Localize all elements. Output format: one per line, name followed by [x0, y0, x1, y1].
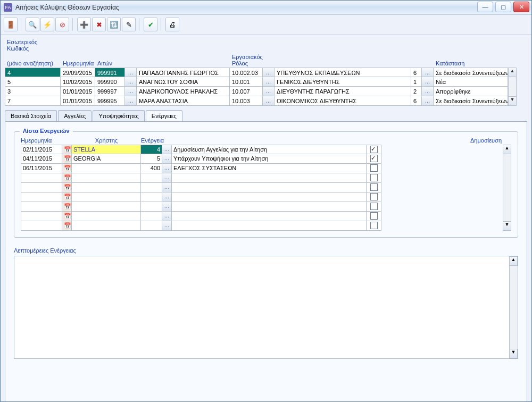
cancel-circle-icon[interactable]: ⊘	[55, 18, 69, 31]
cell-action-desc[interactable]	[172, 221, 367, 231]
calendar-icon[interactable]: 📅	[62, 202, 72, 212]
scroll-up-icon[interactable]: ▲	[503, 145, 511, 154]
lookup-button[interactable]: …	[125, 68, 137, 77]
cell-status-name[interactable]: Νέα	[434, 77, 508, 87]
lookup-button[interactable]: …	[422, 68, 434, 77]
lookup-button[interactable]: …	[162, 145, 172, 154]
lookup-button[interactable]: …	[162, 154, 172, 164]
cell-action-user[interactable]	[72, 221, 141, 231]
cell-publish-checkbox[interactable]	[367, 164, 381, 173]
lookup-button[interactable]: …	[125, 96, 137, 106]
cell-action-user[interactable]	[72, 202, 141, 212]
cell-action-code[interactable]: 400	[141, 164, 162, 173]
list-item[interactable]: 06/11/2015📅400…ΕΛΕΓΧΟΣ ΣΥΣΤΑΣΕΩΝ	[21, 164, 503, 173]
cell-requester-name[interactable]: ΑΝΑΓΝΩΣΤΟΥ ΣΟΦΙΑ	[137, 77, 230, 87]
cell-action-user[interactable]	[72, 173, 141, 183]
cell-requester-code[interactable]: 999995	[95, 96, 125, 106]
lookup-button[interactable]: …	[162, 164, 172, 173]
pencil-icon[interactable]: ✎	[122, 18, 136, 31]
cell-action-desc[interactable]	[172, 192, 367, 202]
cell-action-code[interactable]	[141, 183, 162, 192]
list-item[interactable]: 📅…	[21, 202, 503, 212]
checkbox-icon[interactable]	[370, 222, 378, 229]
cell-action-date[interactable]: 06/11/2015	[21, 164, 62, 173]
cell-publish-checkbox[interactable]	[367, 221, 381, 231]
list-item[interactable]: 02/11/2015📅STELLA4…Δημοσίευση Αγγελίας γ…	[21, 145, 503, 154]
cell-action-code[interactable]	[141, 202, 162, 212]
cell-date[interactable]: 01/01/2015	[61, 96, 95, 106]
checkbox-icon[interactable]	[370, 193, 378, 200]
scroll-down-icon[interactable]: ▼	[503, 221, 511, 231]
cell-role-code[interactable]: 10.002.03	[230, 68, 263, 77]
cell-requester-code[interactable]: 999990	[95, 77, 125, 87]
lookup-button[interactable]: …	[162, 183, 172, 192]
cell-requester-code[interactable]: 999997	[95, 87, 125, 96]
table-row[interactable]: 510/02/2015999990…ΑΝΑΓΝΩΣΤΟΥ ΣΟΦΙΑ10.001…	[5, 77, 508, 87]
cell-action-user[interactable]	[72, 192, 141, 202]
cell-action-code[interactable]: 4	[141, 145, 162, 154]
scroll-track[interactable]	[509, 266, 518, 349]
checkbox-icon[interactable]	[370, 146, 378, 153]
scroll-track[interactable]	[508, 77, 517, 96]
maximize-button[interactable]: ▢	[495, 2, 511, 12]
cell-action-date[interactable]: 04/11/2015	[21, 154, 62, 164]
cell-requester-name[interactable]: ΑΝΔΡΙΚΟΠΟΥΛΟΣ ΗΡΑΚΛΗΣ	[137, 87, 230, 96]
sort-icon[interactable]: 🔃	[107, 18, 121, 31]
cell-action-date[interactable]	[21, 192, 62, 202]
table-row[interactable]: 429/09/2015999991…ΠΑΠΑΔΟΓΙΑΝΝΗΣ ΓΕΩΡΓΙΟΣ…	[5, 68, 508, 77]
cell-status-name[interactable]: Απορρίφθηκε	[434, 87, 508, 96]
tab-candidacies[interactable]: Υποψηφιότητες	[93, 110, 144, 121]
lookup-button[interactable]: …	[263, 77, 275, 87]
lookup-button[interactable]: …	[162, 221, 172, 231]
cell-action-date[interactable]: 02/11/2015	[21, 145, 62, 154]
cell-requester-name[interactable]: ΜΑΡΑ ΑΝΑΣΤΑΣΙΑ	[137, 96, 230, 106]
calendar-icon[interactable]: 📅	[62, 221, 72, 231]
plus-icon[interactable]: ➕	[77, 18, 91, 31]
cell-role-name[interactable]: ΔΙΕΥΘΥΝΤΗΣ ΠΑΡΑΓΩΓΗΣ	[275, 87, 411, 96]
cell-action-desc[interactable]	[172, 183, 367, 192]
cell-action-date[interactable]	[21, 212, 62, 221]
minimize-button[interactable]: —	[477, 2, 493, 12]
cell-status-code[interactable]: 2	[411, 87, 422, 96]
cell-code[interactable]: 3	[5, 87, 61, 96]
cell-publish-checkbox[interactable]	[367, 202, 381, 212]
cell-action-code[interactable]	[141, 221, 162, 231]
cell-action-code[interactable]	[141, 192, 162, 202]
query-icon[interactable]: 🔍	[26, 18, 39, 31]
calendar-icon[interactable]: 📅	[62, 164, 72, 173]
checkbox-icon[interactable]	[370, 174, 378, 181]
cell-action-date[interactable]	[21, 202, 62, 212]
cell-publish-checkbox[interactable]	[367, 173, 381, 183]
lookup-button[interactable]: …	[125, 77, 137, 87]
cell-role-name[interactable]: ΟΙΚΟΝΟΜΙΚΟΣ ΔΙΕΥΘΥΝΤΗΣ	[275, 96, 411, 106]
cell-code[interactable]: 4	[5, 68, 61, 77]
cell-status-name[interactable]: Σε διαδικασία Συνεντεύξεων	[434, 96, 508, 106]
refresh-icon[interactable]: ⚡	[40, 18, 54, 31]
list-item[interactable]: 📅…	[21, 183, 503, 192]
tab-adverts[interactable]: Αγγελίες	[58, 110, 92, 121]
lookup-button[interactable]: …	[162, 192, 172, 202]
cell-code[interactable]: 5	[5, 77, 61, 87]
cell-status-name[interactable]: Σε διαδικασία Συνεντεύξεων	[434, 68, 508, 77]
check-green-icon[interactable]: ✔	[144, 18, 157, 31]
list-item[interactable]: 📅…	[21, 173, 503, 183]
cell-role-code[interactable]: 10.001	[230, 77, 263, 87]
grid-scrollbar[interactable]: ▲ ▼	[508, 68, 517, 106]
cell-role-code[interactable]: 10.007	[230, 87, 263, 96]
cell-action-user[interactable]	[72, 212, 141, 221]
cell-publish-checkbox[interactable]	[367, 154, 381, 164]
checkbox-icon[interactable]	[370, 212, 378, 220]
cell-action-desc[interactable]: Δημοσίευση Αγγελίας για την Αίτηση	[172, 145, 367, 154]
cell-publish-checkbox[interactable]	[367, 212, 381, 221]
list-item[interactable]: 04/11/2015📅GEORGIA5…Υπάρχουν Υποψήφιοι γ…	[21, 154, 503, 164]
lookup-button[interactable]: …	[263, 87, 275, 96]
lookup-button[interactable]: …	[422, 96, 434, 106]
scroll-up-icon[interactable]: ▲	[509, 256, 518, 266]
cell-status-code[interactable]: 6	[411, 68, 422, 77]
tab-actions[interactable]: Ενέργειες	[146, 110, 182, 121]
cell-date[interactable]: 01/01/2015	[61, 87, 95, 96]
exit-door-icon[interactable]: 🚪	[4, 18, 18, 31]
tab-basic-info[interactable]: Βασικά Στοιχεία	[5, 110, 57, 121]
cell-action-desc[interactable]: ΕΛΕΓΧΟΣ ΣΥΣΤΑΣΕΩΝ	[172, 164, 367, 173]
lookup-button[interactable]: …	[422, 87, 434, 96]
